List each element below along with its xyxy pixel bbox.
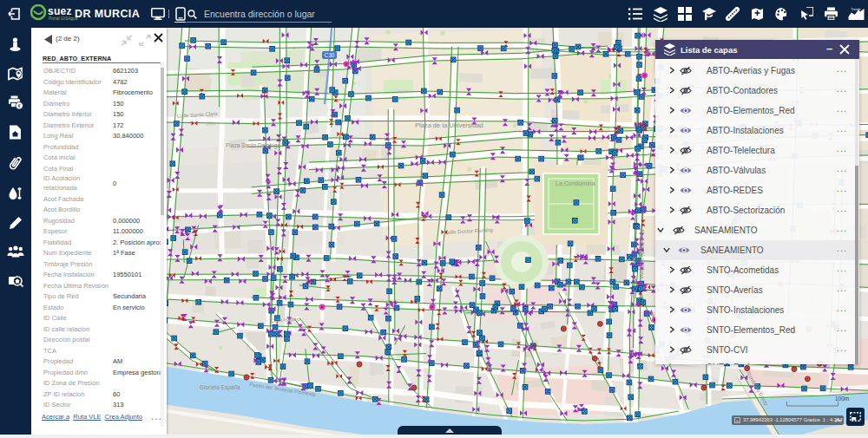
svg-text:La Condomina: La Condomina [556,180,595,186]
svg-text:Plaza Santo Domingo: Plaza Santo Domingo [226,142,280,149]
svg-text:Avenida de la Fama: Avenida de la Fama [639,229,645,279]
svg-text:€: € [18,103,21,108]
svg-text:Plaza de la Universidad: Plaza de la Universidad [415,121,483,129]
svg-text:Trends: Trends [851,8,860,11]
svg-text:C30: C30 [325,52,335,58]
svg-text:Glorieta España: Glorieta España [200,384,240,391]
